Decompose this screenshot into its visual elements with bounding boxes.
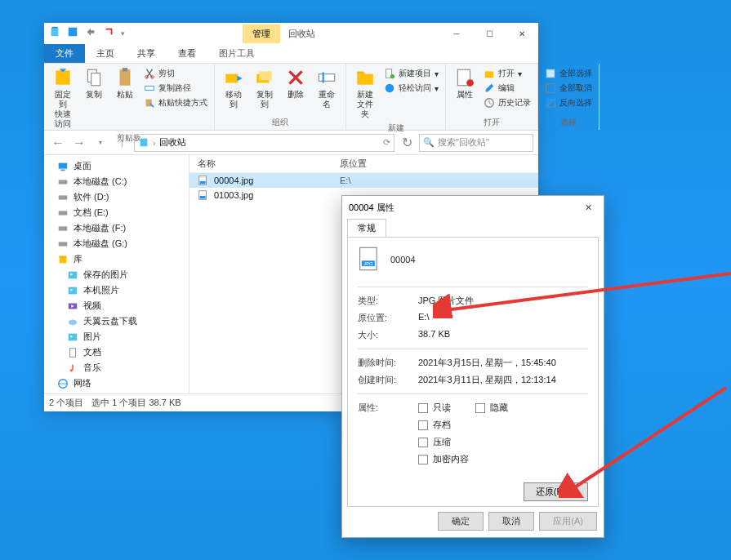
close-button[interactable]: ✕ — [580, 201, 597, 215]
redo-icon[interactable] — [103, 26, 114, 41]
tree-item-label: 软件 (D:) — [74, 191, 109, 203]
jpg-file-icon: JPG — [358, 246, 381, 273]
jpg-icon — [198, 189, 209, 201]
label-attributes: 属性: — [358, 402, 418, 465]
svg-rect-12 — [225, 74, 238, 83]
svg-rect-17 — [357, 74, 373, 85]
copy-button[interactable]: 复制 — [80, 65, 108, 101]
tree-item[interactable]: 桌面 — [44, 158, 189, 174]
ribbon-tabs: 文件 主页 共享 查看 图片工具 — [44, 44, 538, 64]
tree-item[interactable]: 网络 — [44, 376, 189, 391]
column-headers[interactable]: 名称 原位置 — [189, 155, 538, 173]
tree-item[interactable]: 文档 — [44, 344, 189, 360]
svg-rect-48 — [69, 333, 78, 340]
select-all-button[interactable]: 全部选择 — [543, 67, 594, 80]
ribbon: 固定到 快速访问 复制 粘贴 剪切 复制路径 粘贴快捷方式 剪贴板 移动到 复制… — [44, 64, 538, 131]
copy-to-button[interactable]: 复制到 — [251, 65, 279, 111]
tree-item[interactable]: 本机照片 — [44, 282, 189, 298]
tree-item[interactable]: 本地磁盘 (G:) — [44, 236, 189, 251]
pin-button[interactable]: 固定到 快速访问 — [49, 65, 77, 131]
svg-rect-14 — [260, 71, 272, 80]
rename-button[interactable]: 重命名 — [313, 65, 341, 111]
address-bar[interactable]: › 回收站 ⟳ — [134, 134, 394, 152]
invert-selection-button[interactable]: 反向选择 — [543, 96, 594, 109]
navigation-tree[interactable]: 桌面本地磁盘 (C:)软件 (D:)文档 (E:)本地磁盘 (F:)本地磁盘 (… — [44, 155, 189, 393]
manage-contextual-tab[interactable]: 管理 — [243, 24, 280, 43]
minimize-button[interactable]: ─ — [440, 23, 473, 44]
tree-item[interactable]: 软件 (D:) — [44, 189, 189, 205]
checkbox-encrypt[interactable]: 加密内容 — [418, 453, 469, 465]
tree-item[interactable]: 天翼云盘下载 — [44, 313, 189, 329]
restore-button[interactable]: 还原(R) — [524, 482, 588, 501]
checkbox-archive[interactable]: 存档 — [418, 419, 451, 431]
checkbox-readonly[interactable]: 只读 — [418, 402, 451, 414]
history-button[interactable]: 历史记录 — [482, 96, 533, 109]
up-button[interactable]: ↑ — [113, 134, 131, 152]
checkbox-hidden[interactable]: 隐藏 — [475, 402, 508, 414]
forward-button[interactable]: → — [70, 134, 88, 152]
dialog-title-bar[interactable]: 00004 属性 ✕ — [342, 196, 604, 219]
copy-path-button[interactable]: 复制路径 — [142, 82, 209, 95]
tree-item-label: 本地磁盘 (G:) — [74, 238, 127, 250]
select-none-button[interactable]: 全部取消 — [543, 82, 594, 95]
svg-point-49 — [70, 335, 73, 337]
tree-item-label: 桌面 — [74, 160, 91, 172]
properties-dialog: 00004 属性 ✕ 常规 JPG 00004 类型:JPG 图片文件 原位置:… — [341, 195, 604, 538]
properties-button[interactable]: 属性 — [451, 65, 479, 101]
tree-item[interactable]: 保存的图片 — [44, 267, 189, 282]
tab-share[interactable]: 共享 — [126, 44, 167, 63]
column-original-location[interactable]: 原位置 — [337, 158, 538, 170]
tree-item[interactable]: 本地磁盘 (F:) — [44, 220, 189, 236]
ok-button[interactable]: 确定 — [438, 512, 484, 531]
svg-rect-27 — [140, 138, 148, 146]
svg-text:JPG: JPG — [363, 261, 373, 266]
move-to-button[interactable]: 移动到 — [220, 65, 247, 111]
tab-home[interactable]: 主页 — [85, 44, 126, 63]
recent-button[interactable]: ▾ — [91, 134, 109, 152]
file-row[interactable]: 00004.jpgE:\ — [189, 173, 538, 188]
easy-access-button[interactable]: 轻松访问 ▾ — [382, 82, 440, 95]
tree-item[interactable]: 库 — [44, 251, 189, 267]
quick-access-toolbar: ▾ — [44, 26, 125, 41]
checkbox-compress[interactable]: 压缩 — [418, 436, 451, 448]
close-button[interactable]: ✕ — [506, 23, 538, 44]
back-button[interactable]: ← — [49, 134, 67, 152]
cancel-button[interactable]: 取消 — [488, 512, 534, 531]
tab-view[interactable]: 查看 — [167, 44, 207, 63]
svg-rect-29 — [60, 169, 65, 171]
dropdown-icon[interactable]: ▾ — [121, 29, 125, 38]
tree-item[interactable]: 图片 — [44, 329, 189, 344]
open-button[interactable]: 打开 ▾ — [482, 67, 533, 80]
column-name[interactable]: 名称 — [189, 158, 337, 170]
breadcrumb[interactable]: 回收站 — [159, 136, 186, 149]
tree-item[interactable]: 音乐 — [44, 360, 189, 376]
value-type: JPG 图片文件 — [418, 295, 588, 307]
refresh-button[interactable]: ↻ — [398, 134, 416, 152]
svg-point-19 — [390, 74, 394, 78]
tab-general[interactable]: 常规 — [347, 219, 386, 237]
maximize-button[interactable]: ☐ — [473, 23, 506, 44]
tree-item-label: 视频 — [83, 300, 101, 312]
paste-shortcut-button[interactable]: 粘贴快捷方式 — [142, 96, 209, 109]
search-input[interactable]: 🔍 搜索"回收站" — [419, 134, 533, 152]
svg-rect-15 — [319, 74, 335, 82]
paste-button[interactable]: 粘贴 — [111, 65, 139, 101]
tree-item[interactable]: 本地磁盘 (C:) — [44, 174, 189, 189]
network-icon — [57, 378, 69, 389]
tree-item[interactable]: 文档 (E:) — [44, 205, 189, 220]
apply-button[interactable]: 应用(A) — [539, 512, 597, 531]
edit-button[interactable]: 编辑 — [482, 82, 533, 95]
tree-item-label: 本地磁盘 (F:) — [74, 222, 126, 234]
tab-picture-tools[interactable]: 图片工具 — [207, 44, 266, 63]
delete-button[interactable]: 删除 — [282, 65, 310, 101]
new-folder-button[interactable]: 新建 文件夹 — [351, 65, 379, 121]
svg-rect-42 — [69, 271, 78, 278]
svg-rect-25 — [546, 69, 555, 78]
save-icon[interactable] — [67, 26, 78, 41]
tab-file[interactable]: 文件 — [44, 44, 85, 63]
cut-button[interactable]: 剪切 — [142, 67, 209, 80]
tree-item[interactable]: 视频 — [44, 298, 189, 313]
svg-point-20 — [386, 84, 394, 93]
undo-icon[interactable] — [85, 26, 96, 41]
new-item-button[interactable]: 新建项目 ▾ — [382, 67, 440, 80]
